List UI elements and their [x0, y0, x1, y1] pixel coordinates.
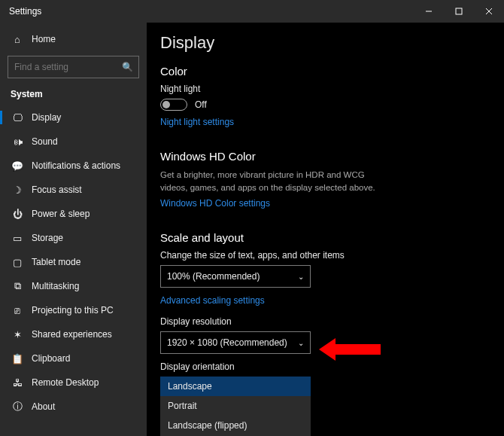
sidebar-item-tablet-mode[interactable]: ▢ Tablet mode — [3, 250, 144, 274]
display-icon: 🖵 — [11, 112, 24, 123]
search-icon: 🔍 — [122, 56, 133, 78]
sidebar-item-label: Shared experiences — [32, 329, 112, 340]
hd-color-settings-link[interactable]: Windows HD Color settings — [160, 198, 270, 209]
sidebar-item-label: Focus assist — [32, 184, 82, 195]
scale-value: 100% (Recommended) — [167, 271, 260, 282]
sidebar-item-multitasking[interactable]: ⧉ Multitasking — [3, 274, 144, 298]
section-scale-heading: Scale and layout — [160, 231, 486, 244]
scale-select[interactable]: 100% (Recommended) ⌄ — [160, 265, 311, 288]
search-input[interactable] — [8, 56, 139, 78]
sidebar-item-projecting[interactable]: ⎚ Projecting to this PC — [3, 298, 144, 322]
sidebar-item-shared-experiences[interactable]: ✶ Shared experiences — [3, 322, 144, 346]
sidebar-home-label: Home — [32, 34, 56, 44]
focus-assist-icon: ☽ — [11, 184, 24, 196]
main-content: Display Color Night light Off Night ligh… — [147, 23, 504, 436]
sidebar-item-focus-assist[interactable]: ☽ Focus assist — [3, 178, 144, 202]
orientation-option-landscape[interactable]: Landscape — [160, 377, 311, 396]
titlebar-title: Settings — [9, 6, 41, 17]
section-hd-heading: Windows HD Color — [160, 150, 486, 163]
maximize-button[interactable] — [444, 0, 474, 23]
sidebar-item-notifications[interactable]: 💬 Notifications & actions — [3, 154, 144, 178]
power-icon: ⏻ — [11, 209, 24, 220]
sidebar-item-label: Display — [32, 112, 61, 123]
sidebar-home[interactable]: ⌂ Home — [3, 27, 144, 51]
resolution-select[interactable]: 1920 × 1080 (Recommended) ⌄ — [160, 331, 311, 354]
sidebar-item-label: Sound — [32, 136, 58, 147]
page-title: Display — [160, 33, 486, 53]
notifications-icon: 💬 — [11, 160, 24, 172]
sidebar-item-label: Tablet mode — [32, 257, 80, 267]
hd-description: Get a brighter, more vibrant picture in … — [160, 169, 393, 194]
sidebar: ⌂ Home 🔍 System 🖵 Display 🕪 Sound 💬 Noti… — [0, 23, 147, 436]
sidebar-item-label: Clipboard — [32, 353, 70, 364]
about-icon: ⓘ — [11, 400, 24, 413]
sidebar-item-label: Storage — [32, 233, 63, 243]
minimize-button[interactable] — [414, 0, 444, 23]
orientation-option-portrait[interactable]: Portrait — [160, 396, 311, 416]
sidebar-item-label: About — [32, 401, 55, 412]
section-color-heading: Color — [160, 65, 486, 78]
sidebar-section-heading: System — [3, 86, 144, 105]
orientation-dropdown[interactable]: Landscape Portrait Landscape (flipped) P… — [160, 377, 311, 436]
scale-label: Change the size of text, apps, and other… — [160, 250, 486, 261]
sidebar-item-label: Multitasking — [32, 281, 79, 291]
projecting-icon: ⎚ — [11, 305, 24, 316]
night-light-state: Off — [195, 99, 207, 110]
night-light-label: Night light — [160, 84, 486, 94]
shared-experiences-icon: ✶ — [11, 329, 24, 340]
sidebar-item-label: Power & sleep — [32, 209, 90, 219]
sidebar-item-about[interactable]: ⓘ About — [3, 395, 144, 419]
remote-desktop-icon: 🖧 — [11, 377, 24, 389]
home-icon: ⌂ — [11, 34, 24, 45]
chevron-down-icon: ⌄ — [298, 273, 304, 281]
sidebar-item-label: Remote Desktop — [32, 377, 99, 388]
sidebar-item-sound[interactable]: 🕪 Sound — [3, 130, 144, 154]
tablet-icon: ▢ — [11, 257, 24, 268]
sidebar-item-label: Notifications & actions — [32, 160, 120, 171]
sidebar-item-clipboard[interactable]: 📋 Clipboard — [3, 346, 144, 370]
svg-rect-1 — [456, 8, 462, 14]
orientation-option-landscape-flipped[interactable]: Landscape (flipped) — [160, 416, 311, 435]
clipboard-icon: 📋 — [11, 353, 24, 364]
titlebar: Settings — [0, 0, 504, 23]
multitasking-icon: ⧉ — [11, 280, 24, 292]
chevron-down-icon: ⌄ — [298, 339, 304, 347]
night-light-toggle[interactable] — [160, 99, 187, 111]
night-light-settings-link[interactable]: Night light settings — [160, 117, 234, 127]
sidebar-item-label: Projecting to this PC — [32, 305, 114, 316]
advanced-scaling-link[interactable]: Advanced scaling settings — [160, 295, 265, 306]
sound-icon: 🕪 — [11, 136, 24, 148]
sidebar-item-remote-desktop[interactable]: 🖧 Remote Desktop — [3, 370, 144, 395]
orientation-label: Display orientation — [160, 361, 486, 372]
storage-icon: ▭ — [11, 233, 24, 244]
sidebar-item-storage[interactable]: ▭ Storage — [3, 226, 144, 250]
close-button[interactable] — [474, 0, 504, 23]
sidebar-item-display[interactable]: 🖵 Display — [3, 105, 144, 130]
resolution-label: Display resolution — [160, 316, 486, 327]
resolution-value: 1920 × 1080 (Recommended) — [167, 337, 287, 348]
sidebar-item-power[interactable]: ⏻ Power & sleep — [3, 202, 144, 226]
